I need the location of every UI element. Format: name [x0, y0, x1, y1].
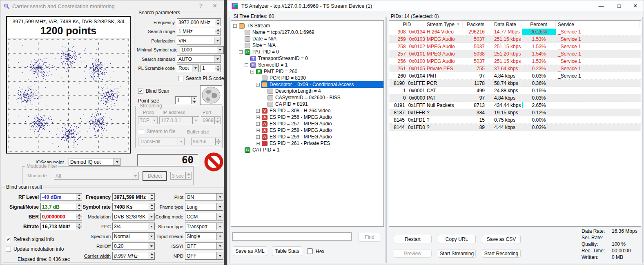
result-ber-stepper[interactable]: 0,0000000	[40, 213, 82, 220]
dropdown-arrow-button[interactable]	[148, 213, 154, 220]
pid-row[interactable]: 81450x1FD1?150.75 kbps0.00%	[389, 116, 641, 124]
result-fec-select[interactable]: 3/4	[112, 223, 155, 230]
result-coding-mode-select[interactable]: CCM	[185, 213, 223, 220]
param-pl-scramble-code-stepper[interactable]: 1	[201, 65, 221, 72]
tree-item[interactable]: +AES PID = 256 - MPEG Audio	[231, 114, 383, 120]
tree-item-body[interactable]: DescriptorLength = 4	[267, 88, 383, 94]
tree-item-body[interactable]: CA PID = 8191	[267, 101, 383, 107]
spin-up-button[interactable]	[215, 65, 221, 68]
tree-item-body[interactable]: AES PID = 257 - MPEG Audio	[261, 120, 383, 127]
tree-item-body[interactable]: SServiceID = 1	[250, 62, 383, 68]
tree-item-body[interactable]: AES PID = 258 - MPEG Audio	[261, 127, 383, 134]
spin-down-button[interactable]	[215, 22, 221, 26]
tree-item-body[interactable]: PCR PID = 8190	[261, 75, 383, 81]
restart-button[interactable]: Restart	[394, 235, 432, 243]
tree-item-body[interactable]: Date = N/A	[244, 36, 383, 42]
tree-item-body[interactable]: Descriptor = 0x09 - Conditional Access	[261, 81, 383, 88]
tree-item[interactable]: +AES PID = 258 - MPEG Audio	[231, 127, 383, 134]
dropdown-arrow-button[interactable]	[214, 56, 221, 62]
param-minimal-symbol-rate-select[interactable]: 1000	[180, 46, 224, 54]
blind-scan-checkbox[interactable]: ✓	[138, 89, 143, 94]
dropdown-arrow-button[interactable]	[192, 117, 199, 124]
save-as-csv-button[interactable]: Save as CSV	[482, 235, 521, 243]
tree-item[interactable]: -TS Stream	[231, 22, 383, 29]
tree-item-body[interactable]: PPAT PID = 0	[244, 49, 383, 55]
result-frame-type-select[interactable]: Long	[185, 203, 223, 211]
preview-button[interactable]: Preview	[394, 249, 432, 258]
dropdown-arrow-button[interactable]	[216, 252, 223, 259]
pid-row[interactable]: 2590x0103MPEG Audio5037251.15 kbps1.53%_…	[389, 36, 641, 43]
pid-row[interactable]: 2610x0105Private PES75537.64 kbps0.23%_S…	[389, 65, 641, 72]
expand-toggle[interactable]: +	[256, 129, 260, 132]
param-search-standard-select[interactable]: AUTO	[177, 55, 221, 63]
dropdown-arrow-button[interactable]	[132, 172, 138, 179]
tree-item[interactable]: CASystemID = 0x2600 - BISS	[231, 94, 383, 101]
dropdown-arrow-button[interactable]	[216, 213, 223, 220]
pid-row[interactable]: 2560x0100MPEG Audio5037251.15 kbps1.53%_…	[389, 58, 641, 65]
result-bitrate-stepper[interactable]: 16,713 Mbit/	[40, 223, 82, 230]
stream-to-file-checkbox[interactable]	[139, 129, 144, 134]
spin-down-button[interactable]	[215, 31, 221, 35]
spin-up-button[interactable]	[186, 172, 191, 176]
stop-scan-icon[interactable]	[204, 152, 223, 171]
param-frequency-stepper[interactable]: 3972,000 MHz	[177, 18, 221, 26]
table-stats-button[interactable]: Table Stats	[272, 246, 302, 256]
tree-item[interactable]: CCAT PID = 1	[231, 147, 383, 153]
spin-down-button[interactable]	[186, 176, 191, 179]
result-carrier-width-stepper[interactable]: 8,997 MHz	[112, 252, 155, 260]
dropdown-arrow-button[interactable]	[216, 233, 223, 240]
detect-interval-stepper[interactable]: 3 sec	[170, 172, 192, 180]
result-rf-level-stepper[interactable]: -40 dBm	[40, 193, 82, 201]
expand-toggle[interactable]: -	[250, 70, 254, 73]
tree-item-body[interactable]: CASystemID = 0x2600 - BISS	[267, 94, 383, 101]
tree-item[interactable]: DescriptorLength = 4	[231, 88, 383, 94]
result-issyi-select[interactable]: OFF	[185, 242, 223, 250]
result-pilot-select[interactable]: ON	[185, 193, 223, 201]
search-pls-code-checkbox[interactable]	[178, 76, 183, 81]
pid-row[interactable]: 81440x1FD0?894.44 kbps0.03%	[389, 124, 641, 131]
tree-item[interactable]: +AES PID = 259 - MPEG Audio	[231, 134, 383, 140]
dropdown-arrow-button[interactable]	[148, 223, 154, 230]
writer-select[interactable]: TransEdit	[138, 138, 185, 145]
tree-item[interactable]: +VES PID = 308 - H.264 Video	[231, 107, 383, 114]
expand-toggle[interactable]: +	[256, 142, 260, 145]
column-header-stream-type[interactable]: Stream Type▼	[425, 21, 463, 28]
tree-item-body[interactable]: Size = N/A	[244, 42, 383, 49]
expand-toggle[interactable]: -	[256, 83, 260, 87]
tree-item-body[interactable]: Name = tcp://127.0.0.1:6969	[244, 29, 383, 36]
maximize-button[interactable]: □	[614, 3, 624, 9]
tree-item-body[interactable]: PPMT PID = 260	[256, 68, 383, 75]
column-header-service[interactable]: Service	[556, 21, 640, 28]
spin-down-button[interactable]	[192, 100, 197, 104]
result-signal-noise-stepper[interactable]: 13,7 dB	[40, 203, 82, 211]
tree-item-body[interactable]: AES PID = 256 - MPEG Audio	[261, 114, 383, 120]
expand-toggle[interactable]: -	[233, 24, 237, 28]
dropdown-arrow-button[interactable]	[151, 117, 157, 124]
tree-item-body[interactable]: ES PID = 261 - Private PES	[261, 140, 383, 147]
modcode-select[interactable]: All	[54, 172, 139, 180]
spin-up-button[interactable]	[149, 194, 154, 197]
tree-item-body[interactable]: VES PID = 308 - H.264 Video	[261, 107, 383, 114]
dropdown-arrow-button[interactable]	[216, 203, 223, 210]
pid-row[interactable]: 81910x1FFFNull Packets8713434.44 kbps2.6…	[389, 102, 641, 109]
expand-toggle[interactable]: +	[256, 122, 260, 126]
world-map-button[interactable]	[200, 85, 222, 105]
dropdown-arrow-button[interactable]	[216, 223, 223, 230]
dropdown-arrow-button[interactable]	[216, 194, 223, 200]
tree-item-body[interactable]: AES PID = 259 - MPEG Audio	[261, 134, 383, 140]
spin-down-button[interactable]	[215, 68, 221, 72]
detect-button[interactable]: Detect	[143, 171, 167, 181]
tree-item[interactable]: -PPMT PID = 260	[231, 68, 383, 75]
spin-down-button[interactable]	[149, 207, 154, 210]
param-search-range-stepper[interactable]: 1 MHz	[177, 28, 221, 36]
tree-item-body[interactable]: CCAT PID = 1	[244, 147, 383, 153]
result-spectrum-select[interactable]: Normal	[112, 232, 155, 240]
expand-toggle[interactable]: +	[256, 135, 260, 139]
spin-down-button[interactable]	[215, 120, 220, 124]
pid-row[interactable]: 81900x1FFEPCR117858.74 kbps0.36%	[389, 80, 641, 87]
param-pl-scramble-code-select[interactable]: Root	[177, 65, 199, 72]
dropdown-arrow-button[interactable]	[148, 243, 154, 249]
result-rolloff-select[interactable]: 0.20	[112, 242, 155, 250]
pid-row[interactable]: 2570x0101MPEG Audio5038251.20 kbps1.54%_…	[389, 50, 641, 58]
tree-item[interactable]: -Descriptor = 0x09 - Conditional Access	[231, 81, 383, 88]
